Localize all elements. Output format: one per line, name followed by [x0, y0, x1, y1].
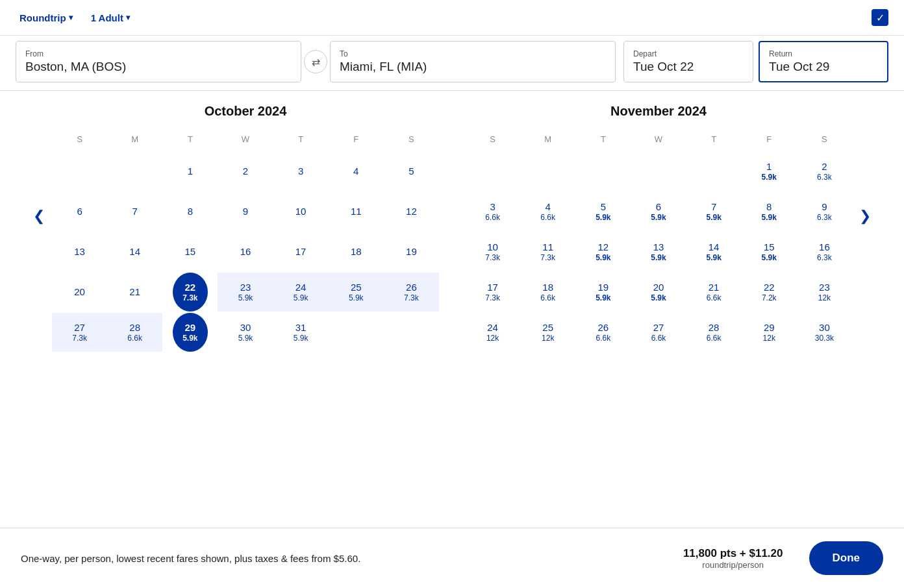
day-number: 4 — [546, 201, 551, 213]
main-container: Roundtrip ▾ 1 Adult ▾ ✓ From Boston, MA … — [0, 0, 904, 588]
day-number: 2 — [822, 161, 827, 173]
calendar-day[interactable]: 186.6k — [520, 273, 575, 312]
calendar-day[interactable]: 65.9k — [631, 192, 686, 231]
footer-note: One-way, per person, lowest recent fares… — [21, 553, 670, 564]
calendar-day[interactable]: 245.9k — [273, 273, 329, 312]
calendar-day[interactable]: 3030.3k — [797, 313, 852, 352]
calendar-day[interactable]: 15 — [162, 232, 218, 271]
day-number: 5 — [408, 165, 414, 177]
calendar-day[interactable]: 315.9k — [273, 313, 329, 352]
calendar-day[interactable]: 266.6k — [575, 313, 631, 352]
calendar-day[interactable]: 255.9k — [329, 273, 384, 312]
next-arrow-icon: ❯ — [859, 208, 871, 225]
day-number: 22 — [764, 282, 775, 293]
nov-tue: T — [575, 132, 631, 147]
roundtrip-label: Roundtrip — [19, 12, 66, 23]
calendar-day[interactable]: 17 — [273, 232, 329, 271]
calendar-day[interactable]: 205.9k — [631, 273, 686, 312]
calendar-day[interactable]: 166.3k — [797, 232, 852, 271]
calendar-day[interactable]: 11 — [329, 192, 384, 231]
empty-cell — [52, 152, 107, 191]
calendar-day[interactable]: 145.9k — [686, 232, 742, 271]
day-number: 17 — [487, 282, 498, 293]
calendar-day[interactable]: 3 — [273, 152, 329, 191]
calendar-day[interactable]: 12 — [384, 192, 439, 231]
calendar-day[interactable]: 267.3k — [384, 273, 439, 312]
calendar-day[interactable]: 117.3k — [520, 232, 575, 271]
return-label: Return — [769, 49, 878, 58]
passengers-label: 1 Adult — [91, 12, 123, 23]
calendar-day[interactable]: 9 — [218, 192, 273, 231]
calendar-day[interactable]: 7 — [107, 192, 162, 231]
swap-button[interactable]: ⇄ — [304, 50, 327, 73]
calendar-day[interactable]: 85.9k — [742, 192, 797, 231]
calendar-day[interactable]: 276.6k — [631, 313, 686, 352]
calendar-day[interactable]: 55.9k — [575, 192, 631, 231]
calendar-day[interactable]: 227.3k — [173, 273, 208, 312]
calendar-day[interactable]: 295.9k — [173, 313, 208, 352]
calendar-day[interactable]: 16 — [218, 232, 273, 271]
calendar-day[interactable]: 107.3k — [465, 232, 520, 271]
calendar-day[interactable]: 286.6k — [686, 313, 742, 352]
calendar-day[interactable]: 155.9k — [742, 232, 797, 271]
calendar-day[interactable]: 216.6k — [686, 273, 742, 312]
oct-mon: M — [107, 132, 162, 147]
calendar-day[interactable]: 277.3k — [52, 313, 107, 352]
roundtrip-button[interactable]: Roundtrip ▾ — [16, 10, 77, 26]
day-number: 30 — [819, 322, 830, 334]
prev-month-button[interactable]: ❮ — [26, 208, 52, 225]
calendar-day[interactable]: 10 — [273, 192, 329, 231]
calendar-area: ❮ October 2024 S M T W T F S 12345678910… — [0, 91, 904, 528]
calendar-day[interactable]: 96.3k — [797, 192, 852, 231]
calendar-day[interactable]: 2 — [218, 152, 273, 191]
calendar-day[interactable]: 2912k — [742, 313, 797, 352]
calendar-day[interactable]: 195.9k — [575, 273, 631, 312]
from-field[interactable]: From Boston, MA (BOS) — [16, 41, 301, 82]
calendar-day[interactable]: 177.3k — [465, 273, 520, 312]
calendar-day[interactable]: 305.9k — [218, 313, 273, 352]
day-number: 29 — [764, 322, 775, 334]
return-field[interactable]: Return Tue Oct 29 — [759, 41, 888, 82]
to-field[interactable]: To Miami, FL (MIA) — [330, 41, 616, 82]
day-price: 6.3k — [817, 173, 832, 182]
calendar-day[interactable]: 286.6k — [107, 313, 162, 352]
passengers-button[interactable]: 1 Adult ▾ — [87, 10, 134, 26]
calendar-day[interactable]: 227.2k — [742, 273, 797, 312]
calendar-day[interactable]: 36.6k — [465, 192, 520, 231]
calendar-day[interactable]: 21 — [107, 273, 162, 312]
calendar-day[interactable]: 5 — [384, 152, 439, 191]
calendar-day[interactable]: 8 — [162, 192, 218, 231]
done-button[interactable]: Done — [809, 541, 884, 575]
calendar-day[interactable]: 75.9k — [686, 192, 742, 231]
nov-thu: T — [686, 132, 742, 147]
day-price: 5.9k — [238, 334, 253, 343]
calendar-day[interactable]: 2512k — [520, 313, 575, 352]
calendar-day[interactable]: 13 — [52, 232, 107, 271]
calendar-day[interactable]: 14 — [107, 232, 162, 271]
calendar-day[interactable]: 18 — [329, 232, 384, 271]
day-price: 5.9k — [182, 334, 197, 343]
day-price: 5.9k — [762, 213, 777, 222]
calendar-day[interactable]: 46.6k — [520, 192, 575, 231]
day-price: 5.9k — [762, 173, 777, 182]
calendar-day[interactable]: 4 — [329, 152, 384, 191]
day-price: 7.3k — [485, 253, 500, 262]
day-number: 12 — [406, 206, 417, 217]
day-price: 7.3k — [485, 293, 500, 302]
day-price: 5.9k — [762, 253, 777, 262]
calendar-day[interactable]: 125.9k — [575, 232, 631, 271]
calendar-day[interactable]: 2312k — [797, 273, 852, 312]
calendar-day[interactable]: 2412k — [465, 313, 520, 352]
november-title: November 2024 — [465, 104, 852, 119]
next-month-button[interactable]: ❯ — [852, 208, 878, 225]
depart-field[interactable]: Depart Tue Oct 22 — [623, 41, 753, 82]
calendar-day[interactable]: 19 — [384, 232, 439, 271]
day-number: 6 — [656, 201, 661, 213]
calendar-day[interactable]: 1 — [162, 152, 218, 191]
calendar-day[interactable]: 26.3k — [797, 152, 852, 191]
calendar-day[interactable]: 15.9k — [742, 152, 797, 191]
calendar-day[interactable]: 20 — [52, 273, 107, 312]
calendar-day[interactable]: 235.9k — [218, 273, 273, 312]
calendar-day[interactable]: 135.9k — [631, 232, 686, 271]
calendar-day[interactable]: 6 — [52, 192, 107, 231]
